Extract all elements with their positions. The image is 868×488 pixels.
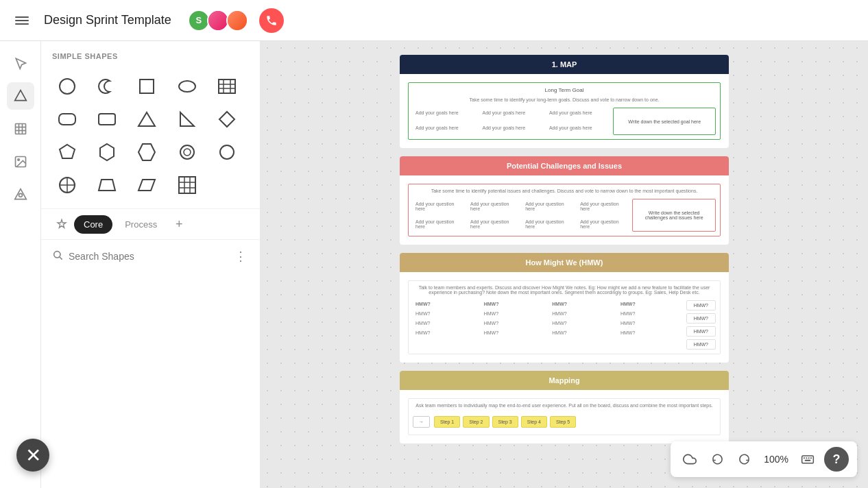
shapes-tool[interactable]: [7, 82, 34, 110]
canvas-area[interactable]: 1. MAP Long Term Goal Take some time to …: [261, 41, 868, 488]
grid-shape[interactable]: [172, 170, 202, 200]
hmw-col2-item1: HMW?: [481, 310, 546, 317]
mapping-sub: Ask team members to individually map the…: [413, 403, 716, 408]
svg-rect-14: [140, 80, 154, 93]
circle2-shape[interactable]: [172, 137, 202, 167]
hmw-col4-header: HMW?: [618, 300, 682, 308]
shapes-panel: SIMPLE SHAPES: [41, 41, 261, 488]
shapes-section-label: SIMPLE SHAPES: [41, 41, 260, 66]
triangle-shape[interactable]: [132, 104, 162, 134]
mapping-section: Mapping Ask team members to individually…: [400, 371, 729, 443]
long-term-goal-sub: Take some time to identify your long-ter…: [413, 97, 716, 102]
trapezoid-shape[interactable]: [92, 170, 122, 200]
help-button[interactable]: ?: [824, 447, 849, 472]
svg-point-10: [17, 159, 19, 161]
keyboard-icon[interactable]: [797, 448, 819, 470]
svg-marker-27: [100, 144, 114, 160]
goal-2: Add your goals here: [479, 108, 543, 120]
shapes-grid: [41, 66, 260, 206]
q-8: Add your question here: [577, 217, 629, 232]
hmw-col4-item3: HMW?: [618, 329, 682, 337]
mapping-row: → Step 1 Step 2 Step 3 Step 4 Step 5: [413, 413, 716, 430]
right-triangle-shape[interactable]: [172, 104, 202, 134]
menu-button[interactable]: [11, 10, 33, 32]
svg-rect-22: [99, 114, 115, 125]
svg-point-13: [60, 79, 75, 94]
hmw-col4-item2: HMW?: [618, 319, 682, 327]
hmw-col2-header: HMW?: [481, 300, 546, 308]
diamond-shape[interactable]: [212, 104, 242, 134]
cloud-icon[interactable]: [679, 448, 701, 470]
svg-line-43: [60, 257, 62, 260]
q-5: Add your question here: [413, 217, 465, 232]
hmw-col4-item1: HMW?: [618, 310, 682, 317]
undo-button[interactable]: [706, 448, 728, 470]
circle4-shape[interactable]: [52, 170, 82, 200]
redo-button[interactable]: [734, 448, 756, 470]
pentagon-shape[interactable]: [52, 137, 82, 167]
hmw-col2-item3: HMW?: [481, 329, 546, 337]
hmw-btn-4[interactable]: HMW?: [686, 339, 716, 350]
goal-4: Add your goals here: [413, 123, 477, 135]
more-options-button[interactable]: ⋮: [232, 248, 249, 265]
hmw-col3-item3: HMW?: [549, 329, 614, 337]
rounded-rect2-shape[interactable]: [92, 104, 122, 134]
map-section: 1. MAP Long Term Goal Take some time to …: [400, 55, 729, 148]
search-icon: [52, 249, 63, 263]
svg-rect-0: [15, 16, 29, 18]
long-term-goal-label: Long Term Goal: [413, 87, 716, 93]
square-shape[interactable]: [132, 71, 162, 101]
step-1: Step 1: [434, 416, 460, 428]
hexagon-shape[interactable]: [92, 137, 122, 167]
oval-shape[interactable]: [172, 71, 202, 101]
fab-button[interactable]: ✕: [16, 439, 49, 472]
svg-marker-26: [60, 145, 75, 158]
hmw-col3-header: HMW?: [549, 300, 614, 308]
parallelogram-shape[interactable]: [132, 170, 162, 200]
crescent-shape[interactable]: [92, 71, 122, 101]
goal-3: Add your goals here: [546, 108, 610, 120]
svg-marker-25: [219, 112, 234, 127]
svg-point-42: [54, 252, 60, 258]
circle-shape[interactable]: [52, 71, 82, 101]
cursor-tool[interactable]: [7, 49, 34, 77]
map-header: 1. MAP: [400, 55, 729, 74]
hexagon2-shape[interactable]: [132, 137, 162, 167]
svg-point-29: [180, 145, 194, 159]
add-tab-button[interactable]: +: [169, 215, 189, 234]
collaborators-avatars: S: [188, 10, 248, 32]
svg-rect-2: [15, 23, 29, 25]
q-4: Add your question here: [577, 199, 629, 214]
table-shape[interactable]: [212, 71, 242, 101]
sprint-canvas: 1. MAP Long Term Goal Take some time to …: [400, 55, 729, 443]
tab-core[interactable]: Core: [74, 215, 112, 234]
shapes-search-bar: ⋮: [41, 239, 260, 273]
mapping-start-label: →: [413, 416, 430, 428]
rounded-rect-shape[interactable]: [52, 104, 82, 134]
hmw-inner: Talk to team members and experts. Discus…: [408, 280, 721, 354]
mapping-body: Ask team members to individually map the…: [400, 390, 729, 443]
svg-point-15: [179, 81, 195, 92]
call-button[interactable]: [259, 8, 284, 33]
zoom-level: 100%: [761, 454, 791, 465]
challenges-inner: Take some time to identify potential iss…: [408, 184, 721, 236]
draw-tool[interactable]: [7, 181, 34, 208]
step-5: Step 5: [550, 416, 576, 428]
svg-rect-37: [179, 177, 195, 193]
document-title: Design Sprint Template: [44, 13, 171, 27]
hmw-btn-1[interactable]: HMW?: [686, 300, 716, 310]
challenges-header: Potential Challenges and Issues: [400, 156, 729, 175]
q-1: Add your question here: [413, 199, 465, 214]
search-input[interactable]: [69, 251, 227, 262]
svg-marker-28: [138, 144, 155, 160]
image-tool[interactable]: [7, 148, 34, 175]
goal-5: Add your goals here: [479, 123, 543, 135]
hmw-btn-3[interactable]: HMW?: [686, 326, 716, 337]
circle3-shape[interactable]: [212, 137, 242, 167]
tab-process[interactable]: Process: [115, 215, 167, 234]
hmw-btn-2[interactable]: HMW?: [686, 313, 716, 324]
frame-tool[interactable]: [7, 115, 34, 143]
map-inner: Long Term Goal Take some time to identif…: [408, 82, 721, 140]
q-6: Add your question here: [468, 217, 520, 232]
q-3: Add your question here: [522, 199, 575, 214]
